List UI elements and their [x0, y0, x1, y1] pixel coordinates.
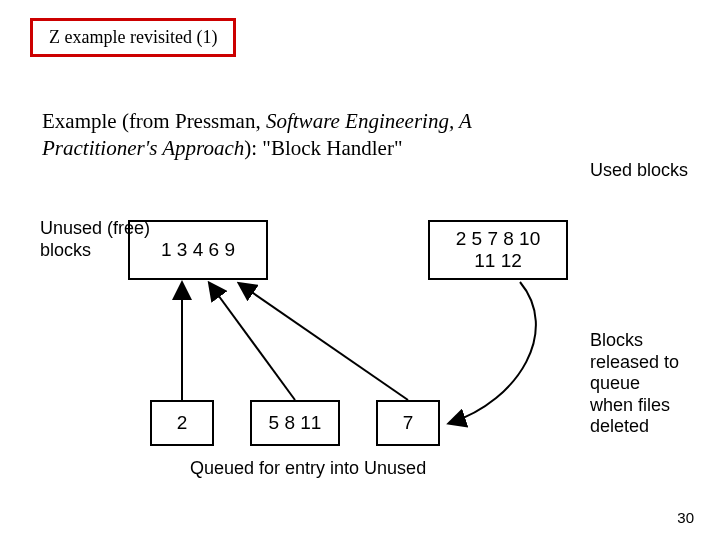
released-blocks-label-text: Blocks released to queue when files dele…	[590, 330, 679, 436]
used-block-set-box: 2 5 7 8 10 11 12	[428, 220, 568, 280]
unused-block-set: 1 3 4 6 9	[161, 239, 235, 261]
intro-part2: ): "Block Handler"	[244, 136, 402, 160]
queue-caption: Queued for entry into Unused	[190, 458, 426, 479]
arrow-q2-to-unused	[210, 284, 295, 400]
slide-title-box: Z example revisited (1)	[30, 18, 236, 57]
used-block-set: 2 5 7 8 10 11 12	[456, 228, 541, 272]
slide-title: Z example revisited (1)	[49, 27, 217, 47]
intro-part1: Example (from Pressman,	[42, 109, 266, 133]
queue-box-1: 2	[150, 400, 214, 446]
used-blocks-label-text: Used blocks	[590, 160, 688, 182]
arrow-q3-to-unused	[240, 284, 408, 400]
used-blocks-label: Used blocks	[590, 160, 688, 182]
queue-box-2-value: 5 8 11	[269, 412, 322, 434]
arrow-used-to-queue	[450, 282, 536, 423]
page-number: 30	[677, 509, 694, 526]
queue-box-1-value: 2	[177, 412, 188, 434]
page-number-text: 30	[677, 509, 694, 526]
queue-box-2: 5 8 11	[250, 400, 340, 446]
unused-block-set-box: 1 3 4 6 9	[128, 220, 268, 280]
queue-caption-text: Queued for entry into Unused	[190, 458, 426, 478]
queue-box-3: 7	[376, 400, 440, 446]
intro-text: Example (from Pressman, Software Enginee…	[42, 108, 582, 163]
released-blocks-label: Blocks released to queue when files dele…	[590, 330, 684, 438]
queue-box-3-value: 7	[403, 412, 414, 434]
